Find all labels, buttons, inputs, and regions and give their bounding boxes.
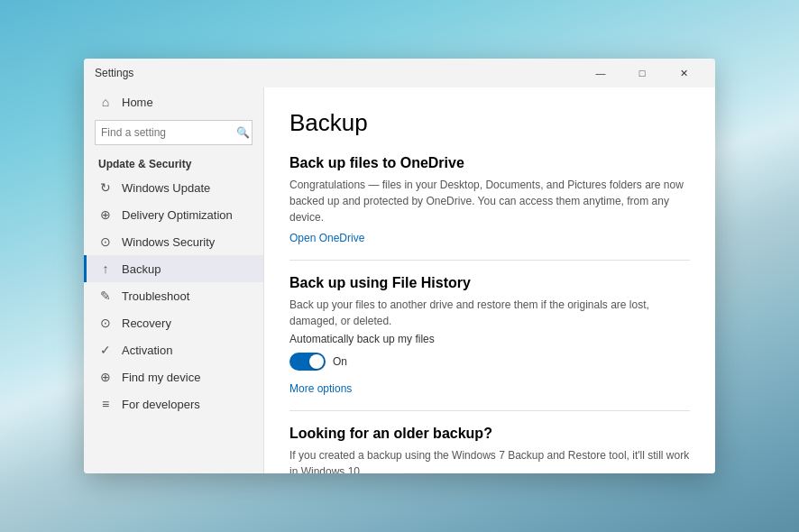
- window-body: ⌂ Home 🔍 Update & Security ↻ Windows Upd…: [84, 87, 715, 473]
- nav-items-container: ↻ Windows Update ⊕ Delivery Optimization…: [84, 174, 263, 417]
- sidebar-item-label-recovery: Recovery: [122, 316, 171, 330]
- sidebar-item-label-delivery-optimization: Delivery Optimization: [122, 208, 233, 222]
- sidebar-item-label-troubleshoot: Troubleshoot: [122, 289, 189, 303]
- page-title: Backup: [289, 109, 690, 137]
- windows-update-icon: ↻: [98, 180, 113, 195]
- title-bar: Settings — □ ✕: [84, 59, 715, 87]
- search-box: 🔍: [95, 120, 253, 145]
- section-title-onedrive: Back up files to OneDrive: [289, 155, 690, 171]
- window-title: Settings: [95, 67, 133, 79]
- sections-container: Back up files to OneDriveCongratulations…: [289, 155, 690, 473]
- sidebar-item-label-windows-update: Windows Update: [122, 181, 210, 195]
- section-onedrive: Back up files to OneDriveCongratulations…: [289, 155, 690, 261]
- sidebar-home[interactable]: ⌂ Home: [84, 87, 263, 116]
- sidebar: ⌂ Home 🔍 Update & Security ↻ Windows Upd…: [84, 87, 264, 473]
- section-label: Update & Security: [84, 152, 263, 174]
- sidebar-item-windows-update[interactable]: ↻ Windows Update: [84, 174, 263, 201]
- sidebar-item-troubleshoot[interactable]: ✎ Troubleshoot: [84, 282, 263, 309]
- section-link-onedrive[interactable]: Open OneDrive: [289, 232, 364, 244]
- sidebar-item-label-find-my-device: Find my device: [122, 371, 200, 384]
- for-developers-icon: ≡: [98, 397, 113, 411]
- sidebar-item-for-developers[interactable]: ≡ For developers: [84, 390, 263, 417]
- sidebar-item-backup[interactable]: ↑ Backup: [84, 255, 263, 282]
- minimize-button[interactable]: —: [580, 59, 621, 87]
- windows-security-icon: ⊙: [98, 234, 113, 249]
- home-label: Home: [122, 96, 153, 109]
- section-title-older-backup: Looking for an older backup?: [289, 426, 690, 442]
- auto-backup-label: Automatically back up my files: [289, 333, 690, 345]
- activation-icon: ✓: [98, 343, 113, 357]
- close-button[interactable]: ✕: [663, 59, 704, 87]
- toggle-label: On: [333, 355, 347, 368]
- recovery-icon: ⊙: [98, 316, 113, 330]
- window-controls: — □ ✕: [580, 59, 704, 87]
- search-icon: 🔍: [236, 126, 250, 139]
- home-icon: ⌂: [98, 95, 113, 109]
- sidebar-item-windows-security[interactable]: ⊙ Windows Security: [84, 228, 263, 255]
- section-link-file-history[interactable]: More options: [289, 382, 352, 395]
- sidebar-item-label-backup: Backup: [122, 262, 161, 276]
- troubleshoot-icon: ✎: [98, 289, 113, 303]
- section-desc-file-history: Back up your files to another drive and …: [289, 297, 690, 329]
- sidebar-item-recovery[interactable]: ⊙ Recovery: [84, 309, 263, 336]
- section-title-file-history: Back up using File History: [289, 275, 690, 291]
- sidebar-item-delivery-optimization[interactable]: ⊕ Delivery Optimization: [84, 201, 263, 228]
- sidebar-item-activation[interactable]: ✓ Activation: [84, 336, 263, 363]
- backup-icon: ↑: [98, 261, 113, 276]
- delivery-optimization-icon: ⊕: [98, 207, 113, 222]
- divider-1: [289, 410, 690, 411]
- divider-0: [289, 260, 690, 261]
- maximize-button[interactable]: □: [621, 59, 663, 87]
- section-older-backup: Looking for an older backup?If you creat…: [289, 426, 690, 473]
- sidebar-item-label-activation: Activation: [122, 344, 172, 357]
- sidebar-item-find-my-device[interactable]: ⊕ Find my device: [84, 363, 263, 390]
- toggle-row: On: [289, 353, 690, 371]
- sidebar-item-label-for-developers: For developers: [122, 398, 200, 411]
- main-content: Backup Back up files to OneDriveCongratu…: [264, 87, 715, 473]
- sidebar-item-label-windows-security: Windows Security: [122, 235, 215, 249]
- section-file-history: Back up using File HistoryBack up your f…: [289, 275, 690, 411]
- section-desc-older-backup: If you created a backup using the Window…: [289, 447, 690, 473]
- auto-backup-toggle[interactable]: [289, 353, 326, 371]
- search-input[interactable]: [101, 126, 236, 139]
- settings-window: Settings — □ ✕ ⌂ Home 🔍 Update & Securit…: [84, 59, 715, 473]
- section-desc-onedrive: Congratulations — files in your Desktop,…: [289, 177, 690, 225]
- find-my-device-icon: ⊕: [98, 370, 113, 384]
